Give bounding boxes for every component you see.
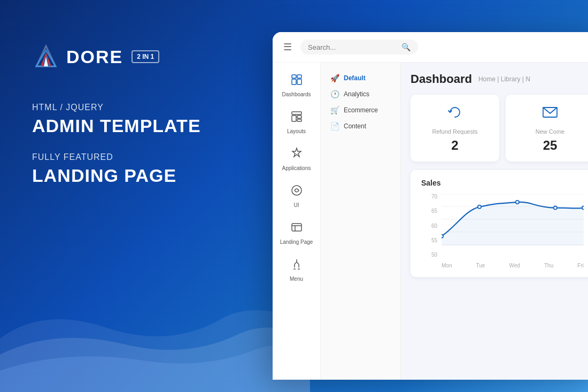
dashboards-icon xyxy=(290,73,303,89)
menu-icon xyxy=(290,258,303,274)
x-label-tue: Tue xyxy=(476,263,485,268)
submenu-label-analytics: Analytics xyxy=(344,90,369,98)
stat-card-refund: Refund Requests 2 xyxy=(411,95,499,162)
refund-icon xyxy=(446,103,464,125)
chart-area: 70 65 60 55 50 xyxy=(421,194,584,268)
mockup-body: Dashboards Layouts xyxy=(273,63,588,380)
x-label-mon: Mon xyxy=(442,263,452,268)
mockup-window: ☰ 🔍 Dashb xyxy=(273,32,588,380)
mockup-container: ☰ 🔍 Dashb xyxy=(273,32,588,380)
doc-icon: 📄 xyxy=(330,122,339,130)
hero-subtitle-1: HTML / JQUERY xyxy=(32,103,201,112)
submenu-label-default: Default xyxy=(344,74,366,82)
hamburger-icon[interactable]: ☰ xyxy=(283,41,292,53)
y-label-70: 70 xyxy=(421,194,437,199)
topbar: ☰ 🔍 xyxy=(273,32,588,63)
breadcrumb: Home | Library | N xyxy=(478,75,530,83)
y-label-60: 60 xyxy=(421,223,437,229)
submenu-item-content[interactable]: 📄 Content xyxy=(326,118,395,134)
clock-icon: 🕐 xyxy=(330,90,339,98)
sales-chart-svg xyxy=(442,194,584,246)
x-axis: Mon Tue Wed Thu Fri xyxy=(442,263,584,268)
sidebar-item-ui[interactable]: UI xyxy=(275,179,318,213)
svg-rect-10 xyxy=(292,116,296,121)
sidebar-label-layouts: Layouts xyxy=(287,128,306,134)
sidebar-item-layouts[interactable]: Layouts xyxy=(275,105,318,140)
search-icon: 🔍 xyxy=(401,43,411,51)
sidebar-item-landing-page[interactable]: Landing Page xyxy=(275,216,318,250)
logo-icon xyxy=(32,43,60,71)
svg-point-13 xyxy=(292,186,301,195)
rocket-icon: 🚀 xyxy=(330,74,339,82)
sales-card: Sales 70 65 60 55 50 xyxy=(411,170,588,277)
sidebar-item-menu[interactable]: Menu xyxy=(275,252,318,287)
refund-label: Refund Requests xyxy=(432,128,478,135)
sidebar-item-dashboards[interactable]: Dashboards xyxy=(275,68,318,103)
svg-point-24 xyxy=(478,205,481,209)
sidebar: Dashboards Layouts xyxy=(273,63,321,380)
dashboard-header: Dashboard Home | Library | N xyxy=(411,72,588,86)
page-title: Dashboard xyxy=(411,72,472,86)
submenu-item-default[interactable]: 🚀 Default xyxy=(326,70,395,86)
main-content: Dashboard Home | Library | N Refund Requ… xyxy=(401,63,588,380)
y-label-55: 55 xyxy=(421,237,437,243)
comments-value: 25 xyxy=(543,138,558,153)
refund-value: 2 xyxy=(451,138,458,153)
landing-page-icon xyxy=(290,221,303,237)
sidebar-label-menu: Menu xyxy=(290,276,303,282)
svg-rect-11 xyxy=(297,116,301,118)
svg-rect-14 xyxy=(292,224,301,231)
svg-rect-5 xyxy=(292,75,296,78)
submenu-item-ecommerce[interactable]: 🛒 Ecommerce xyxy=(326,102,395,118)
sidebar-item-applications[interactable]: Applications xyxy=(275,142,318,176)
ui-icon xyxy=(290,184,303,200)
svg-rect-9 xyxy=(292,112,301,114)
stat-card-comments: New Come 25 xyxy=(506,95,588,162)
left-panel: DORE 2 IN 1 HTML / JQUERY ADMIN TEMPLATE… xyxy=(32,43,201,186)
sidebar-label-landing-page: Landing Page xyxy=(280,239,313,245)
svg-rect-8 xyxy=(297,79,301,84)
submenu-item-analytics[interactable]: 🕐 Analytics xyxy=(326,86,395,102)
layouts-icon xyxy=(290,110,303,126)
x-label-fri: Fri xyxy=(577,263,584,268)
hero-section: HTML / JQUERY ADMIN TEMPLATE FULLY FEATU… xyxy=(32,103,201,186)
email-icon xyxy=(541,103,559,125)
cart-icon: 🛒 xyxy=(330,106,339,114)
submenu-label-content: Content xyxy=(344,122,366,130)
sidebar-label-dashboards: Dashboards xyxy=(282,91,311,97)
search-bar: 🔍 xyxy=(300,40,418,55)
y-axis: 70 65 60 55 50 xyxy=(421,194,437,258)
x-label-wed: Wed xyxy=(509,263,520,268)
logo-area: DORE 2 IN 1 xyxy=(32,43,201,71)
sales-title: Sales xyxy=(421,179,584,187)
svg-point-25 xyxy=(516,201,519,204)
svg-rect-12 xyxy=(297,119,301,121)
y-label-65: 65 xyxy=(421,208,437,214)
svg-point-26 xyxy=(554,206,557,209)
svg-rect-7 xyxy=(292,79,296,84)
svg-point-23 xyxy=(442,235,443,238)
y-label-50: 50 xyxy=(421,252,437,258)
logo-badge: 2 IN 1 xyxy=(131,50,159,63)
svg-rect-6 xyxy=(297,75,301,78)
hero-title-1: ADMIN TEMPLATE xyxy=(32,116,201,136)
x-label-thu: Thu xyxy=(544,263,553,268)
sidebar-label-ui: UI xyxy=(294,202,299,208)
submenu-label-ecommerce: Ecommerce xyxy=(344,106,378,114)
wave-decoration xyxy=(0,296,310,392)
hero-title-2: LANDING PAGE xyxy=(32,165,201,186)
logo-name: DORE xyxy=(66,47,123,67)
comments-label: New Come xyxy=(536,128,564,135)
submenu-panel: 🚀 Default 🕐 Analytics 🛒 Ecommerce 📄 Cont… xyxy=(321,63,401,380)
stat-cards: Refund Requests 2 New Come 25 xyxy=(411,95,588,162)
search-input[interactable] xyxy=(308,43,397,51)
hero-subtitle-2: FULLY FEATURED xyxy=(32,152,201,162)
svg-point-27 xyxy=(582,206,584,209)
applications-icon xyxy=(290,147,303,163)
sidebar-label-applications: Applications xyxy=(282,165,311,171)
